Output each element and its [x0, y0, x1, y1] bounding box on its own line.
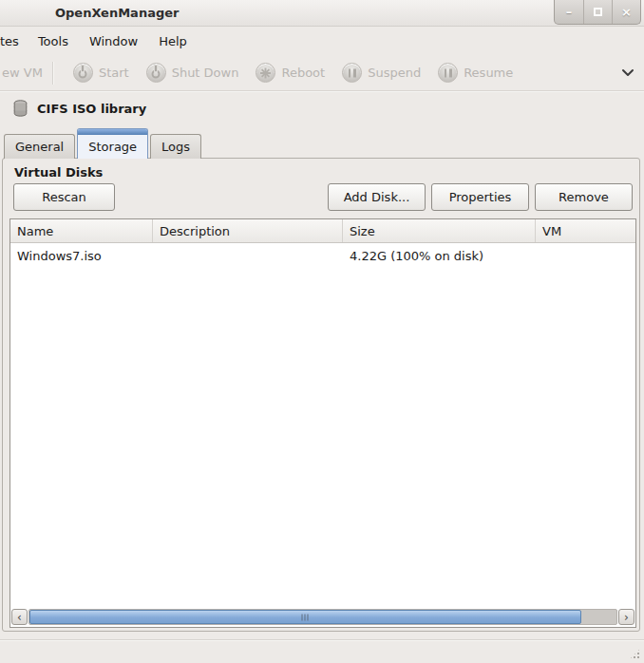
- scroll-right-icon: ›: [624, 612, 629, 623]
- titlebar[interactable]: OpenXenManager – ×: [0, 0, 644, 27]
- start-button[interactable]: Start: [65, 58, 138, 88]
- storage-tab-page: Virtual Disks Rescan Add Disk... Propert…: [2, 158, 640, 632]
- menu-item-templates[interactable]: tes: [0, 29, 28, 53]
- remove-button[interactable]: Remove: [535, 183, 633, 211]
- menu-item-help[interactable]: Help: [148, 29, 198, 53]
- menubar: tes Tools Window Help: [0, 27, 644, 55]
- power-icon: [146, 63, 166, 83]
- tab-storage-label: Storage: [88, 140, 137, 154]
- minimize-icon: –: [566, 5, 573, 19]
- toolbar-overflow-button[interactable]: [621, 68, 635, 77]
- rescan-button[interactable]: Rescan: [13, 183, 115, 211]
- window-controls: – ×: [554, 0, 641, 25]
- tab-logs-label: Logs: [161, 140, 190, 154]
- column-header-name[interactable]: Name: [10, 219, 153, 242]
- window-title: OpenXenManager: [55, 6, 179, 20]
- tab-general[interactable]: General: [4, 134, 75, 159]
- cell-size: 4.22G (100% on disk): [343, 249, 536, 263]
- tab-storage[interactable]: Storage: [77, 128, 148, 159]
- properties-button[interactable]: Properties: [431, 183, 529, 211]
- suspend-button[interactable]: Suspend: [333, 58, 429, 88]
- reboot-button[interactable]: Reboot: [247, 58, 333, 88]
- maximize-button[interactable]: [583, 0, 612, 24]
- pause-icon: [438, 63, 458, 83]
- scroll-left-icon: ‹: [17, 612, 22, 623]
- power-icon: [73, 63, 93, 83]
- shut-down-button[interactable]: Shut Down: [138, 58, 248, 88]
- disk-actions-row: Rescan Add Disk... Properties Remove: [13, 183, 633, 211]
- scrollbar-track[interactable]: [28, 609, 617, 625]
- column-header-size[interactable]: Size: [343, 219, 536, 242]
- app-window: OpenXenManager – × tes Tools Window Help…: [0, 0, 644, 663]
- toolbar-separator: [52, 62, 53, 85]
- tab-bar: General Storage Logs: [4, 128, 203, 159]
- column-header-description[interactable]: Description: [153, 219, 343, 242]
- maximize-icon: [594, 8, 602, 16]
- close-icon: ×: [621, 5, 632, 19]
- menu-item-window[interactable]: Window: [79, 29, 148, 53]
- resize-grip[interactable]: [629, 648, 641, 660]
- sr-title: CIFS ISO library: [37, 102, 146, 116]
- table-row[interactable]: Windows7.iso 4.22G (100% on disk): [10, 243, 635, 268]
- virtual-disks-heading: Virtual Disks: [14, 165, 103, 180]
- new-vm-button[interactable]: ew VM: [0, 66, 43, 80]
- start-label: Start: [99, 66, 129, 80]
- virtual-disks-list: Name Description Size VM Windows7.iso 4.…: [9, 218, 636, 628]
- tab-logs[interactable]: Logs: [150, 134, 201, 159]
- cell-name: Windows7.iso: [10, 249, 153, 263]
- resume-button[interactable]: Resume: [429, 58, 521, 88]
- add-disk-button[interactable]: Add Disk...: [328, 183, 426, 211]
- tab-general-label: General: [15, 140, 64, 154]
- shut-down-label: Shut Down: [172, 66, 239, 80]
- scroll-left-button[interactable]: ‹: [11, 609, 28, 625]
- disk-stack-icon: [12, 100, 28, 117]
- reboot-label: Reboot: [281, 66, 325, 80]
- reboot-icon: [256, 63, 275, 83]
- minimize-button[interactable]: –: [555, 0, 583, 24]
- statusbar-separator: [0, 639, 644, 641]
- chevron-down-icon: [621, 68, 635, 77]
- scrollbar-grip-icon: [302, 614, 309, 620]
- resume-label: Resume: [464, 66, 513, 80]
- suspend-label: Suspend: [368, 66, 421, 80]
- sr-header: CIFS ISO library: [12, 100, 146, 117]
- menu-item-tools[interactable]: Tools: [28, 29, 79, 53]
- scrollbar-thumb[interactable]: [29, 610, 581, 624]
- horizontal-scrollbar: ‹ ›: [11, 609, 635, 625]
- list-header: Name Description Size VM: [10, 219, 635, 243]
- toolbar: ew VM Start Shut Down Reboot Suspend Res…: [0, 55, 644, 91]
- column-header-vm[interactable]: VM: [536, 219, 635, 242]
- scroll-right-button[interactable]: ›: [618, 609, 635, 625]
- pause-icon: [342, 63, 362, 83]
- disk-buttons-right: Add Disk... Properties Remove: [328, 183, 633, 211]
- close-button[interactable]: ×: [612, 0, 640, 24]
